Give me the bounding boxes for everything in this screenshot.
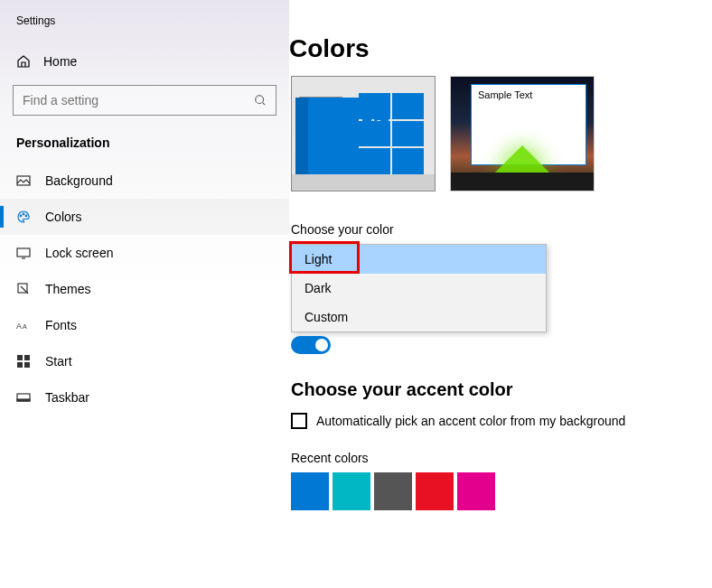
sidebar-item-label: Taskbar [45,390,89,405]
svg-rect-10 [24,355,30,360]
svg-point-2 [20,215,22,217]
sidebar-item-start[interactable]: Start [0,343,289,379]
sidebar-item-label: Lock screen [45,246,113,260]
home-icon [16,54,31,69]
start-icon [16,354,31,369]
sidebar-item-label: Fonts [45,318,77,332]
home-button[interactable]: Home [0,45,289,78]
choose-color-dropdown[interactable]: Light Dark Custom [291,244,547,332]
preview-light[interactable]: Aa [291,76,436,191]
svg-rect-14 [17,399,30,401]
checkbox-icon[interactable] [291,413,307,429]
main-content: Colors Aa Sample Text Choose [289,0,712,588]
home-label: Home [43,54,77,69]
sidebar-item-label: Background [45,173,113,188]
preview-dark[interactable]: Sample Text [450,76,595,191]
swatch[interactable] [333,472,370,510]
toggle-partial[interactable] [291,336,331,354]
sidebar-item-themes[interactable]: Themes [0,271,289,307]
svg-rect-1 [17,176,30,185]
page-title: Colors [289,34,712,76]
taskbar-icon [16,390,31,405]
sidebar: Settings Home Personalization Background… [0,0,289,588]
svg-rect-5 [17,248,30,257]
theme-previews: Aa Sample Text [291,76,595,191]
swatch[interactable] [457,472,495,510]
swatch[interactable] [416,472,454,510]
search-input[interactable] [23,93,254,107]
palette-icon [16,210,31,224]
sidebar-item-lock-screen[interactable]: Lock screen [0,235,289,271]
accent-section-title: Choose your accent color [291,379,712,400]
choose-color-label: Choose your color [291,222,712,237]
sidebar-item-label: Start [45,354,72,369]
recent-colors-swatches [291,472,712,510]
preview-sample-text: Sample Text [478,89,532,100]
sidebar-item-label: Themes [45,282,91,296]
auto-accent-checkbox-row[interactable]: Automatically pick an accent color from … [291,413,712,429]
fonts-icon: AA [16,318,31,332]
svg-point-0 [256,96,264,104]
color-option-dark[interactable]: Dark [292,274,546,303]
sidebar-item-colors[interactable]: Colors [0,199,289,235]
sidebar-item-fonts[interactable]: AA Fonts [0,307,289,343]
sidebar-item-label: Colors [45,210,81,224]
search-box[interactable] [13,85,276,116]
section-label: Personalization [0,130,289,163]
search-icon [254,94,267,107]
swatch[interactable] [291,472,329,510]
svg-rect-9 [17,355,23,360]
svg-rect-12 [24,362,30,368]
app-title: Settings [0,14,289,45]
svg-text:A: A [16,322,22,331]
color-option-custom[interactable]: Custom [292,303,546,331]
svg-rect-11 [17,362,23,368]
picture-icon [16,173,31,188]
themes-icon [16,282,31,296]
swatch[interactable] [374,472,412,510]
svg-point-4 [25,215,27,217]
auto-accent-label: Automatically pick an accent color from … [316,414,625,428]
recent-colors-label: Recent colors [291,451,712,465]
lock-screen-icon [16,246,31,260]
svg-text:A: A [23,323,27,330]
color-option-light[interactable]: Light [292,245,546,274]
sidebar-nav: Background Colors Lock screen Themes AA … [0,163,289,415]
sidebar-item-taskbar[interactable]: Taskbar [0,379,289,415]
sidebar-item-background[interactable]: Background [0,163,289,199]
svg-point-3 [23,213,24,215]
